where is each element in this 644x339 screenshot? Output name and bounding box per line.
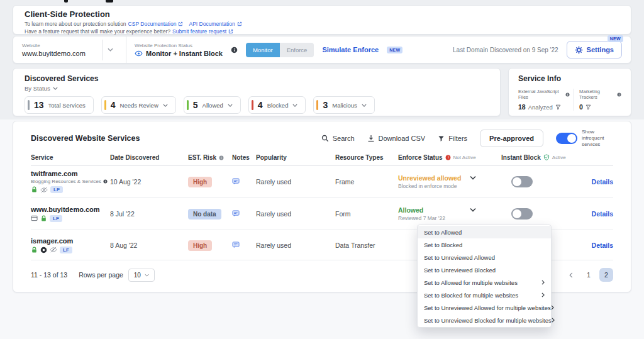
stat-label: Needs Review (120, 102, 158, 109)
chevron-down-icon[interactable] (470, 208, 476, 212)
details-link[interactable]: Details (592, 178, 613, 186)
chevron-down-icon[interactable] (470, 175, 476, 180)
lock-icon (31, 186, 38, 193)
enforce-button[interactable]: Enforce (280, 43, 314, 57)
stat-allowed[interactable]: 5 Allowed (184, 96, 241, 114)
stat-color-bar (316, 100, 318, 110)
menu-item-set-allowed-multiple[interactable]: Set to Allowed for multiple websites (418, 276, 551, 289)
instant-block-toggle[interactable] (511, 176, 533, 187)
pagination-range: 11 - 13 of 13 (31, 271, 67, 279)
download-label: Download CSV (379, 135, 426, 142)
monitor-button[interactable]: Monitor (246, 43, 280, 57)
chevron-down-icon[interactable] (103, 40, 118, 60)
search-button[interactable]: Search (321, 135, 355, 142)
note-icon[interactable] (232, 210, 256, 217)
info-icon[interactable] (231, 47, 238, 53)
resource-types: Data Transfer (335, 242, 398, 249)
stat-needs-review[interactable]: 4 Needs Review (101, 96, 176, 114)
eye-off-icon (40, 187, 48, 193)
alert-icon (445, 155, 451, 160)
chevron-down-icon (53, 87, 58, 90)
popularity: Rarely used (256, 210, 335, 218)
service-name[interactable]: ismager.com (31, 237, 110, 245)
note-icon[interactable] (232, 242, 256, 248)
page-1-button[interactable]: 1 (582, 268, 596, 282)
api-documentation-link[interactable]: API Documentation (189, 20, 235, 28)
details-link[interactable]: Details (592, 242, 613, 249)
by-status-dropdown[interactable]: By Status (25, 85, 69, 92)
risk-badge: High (188, 177, 212, 187)
stat-malicious[interactable]: 3 Malicious (313, 96, 374, 114)
stat-label: Malicious (332, 102, 357, 109)
info-icon[interactable] (219, 155, 224, 160)
submit-feature-request-link[interactable]: Submit feature request (172, 28, 226, 35)
col-instant-block: Instant Block Active (501, 154, 582, 161)
shield-check-icon (543, 154, 550, 161)
pre-approved-button[interactable]: Pre-approved (480, 130, 543, 147)
info-icon (617, 92, 621, 97)
settings-button[interactable]: Settings NEW (567, 41, 622, 58)
lf-badge: LF (50, 186, 63, 193)
rows-per-page-label: Rows per page (79, 271, 123, 279)
prev-page-button[interactable] (564, 268, 578, 282)
info-icon (565, 92, 570, 97)
simulate-enforce-link[interactable]: Simulate Enforce (322, 46, 379, 53)
service-name[interactable]: twitframe.com (31, 170, 110, 177)
gear-icon (575, 46, 583, 54)
toggle-knob (513, 177, 521, 186)
trackers-count: 0 (579, 103, 583, 111)
toggle-knob (513, 209, 521, 218)
menu-item-set-blocked-multiple[interactable]: Set to Blocked for multiple websites (418, 289, 551, 301)
popularity: Rarely used (256, 242, 335, 249)
stat-color-bar (252, 100, 253, 110)
stat-blocked[interactable]: 4 Blocked (248, 96, 306, 114)
search-label: Search (333, 135, 355, 142)
col-service: Service (31, 154, 110, 161)
filter-icon[interactable] (586, 104, 591, 110)
rows-per-page-select[interactable]: 10 (128, 269, 155, 282)
stat-label: Total Services (48, 102, 86, 109)
settings-button-label: Settings (587, 46, 614, 53)
intro-card: Client-Side Protection To learn more abo… (13, 5, 631, 35)
stat-color-bar (187, 100, 189, 110)
website-select[interactable]: Website www.buyitdemo.com (22, 40, 118, 60)
stat-count: 13 (34, 100, 44, 110)
instant-block-toggle[interactable] (511, 208, 533, 220)
stat-total-services[interactable]: 13 Total Services (25, 96, 94, 114)
lf-badge: LF (60, 247, 72, 253)
col-enforce-status: Enforce Status Not Active (398, 154, 501, 161)
csp-documentation-link[interactable]: CSP Documentation (128, 20, 177, 28)
page-2-button[interactable]: 2 (599, 268, 613, 282)
download-csv-button[interactable]: Download CSV (367, 135, 426, 142)
stat-label: Allowed (203, 102, 223, 109)
lock-icon (31, 247, 38, 253)
new-badge: NEW (608, 35, 623, 42)
external-link-icon (237, 21, 242, 26)
menu-item-set-blocked[interactable]: Set to Blocked (418, 238, 551, 251)
service-name[interactable]: www.buyitdemo.com (31, 206, 110, 213)
chevron-right-icon (551, 305, 554, 310)
chevron-down-icon (292, 104, 297, 107)
menu-item-set-unreviewed-allowed[interactable]: Set to Unreviewed Allowed (418, 251, 551, 264)
menu-item-set-unreviewed-blocked[interactable]: Set to Unreviewed Blocked (418, 264, 551, 276)
js-files-count: 18 (518, 103, 526, 111)
download-icon (367, 135, 375, 142)
note-icon[interactable] (232, 178, 256, 185)
instant-state-text: Active (552, 155, 566, 160)
stat-count: 4 (111, 100, 116, 110)
infrequent-services-toggle[interactable] (556, 133, 577, 144)
lf-badge: LF (50, 215, 62, 222)
stat-label: Blocked (267, 102, 289, 109)
filter-icon[interactable] (555, 104, 561, 110)
mode-segmented-control: Monitor Enforce (246, 43, 314, 57)
filters-button[interactable]: Filters (438, 135, 467, 142)
enforce-status-detail: Blocked in enforce mode (398, 183, 465, 189)
details-link[interactable]: Details (592, 210, 613, 218)
menu-item-set-unreviewed-allowed-multiple[interactable]: Set to Unreviewed Allowed for multiple w… (418, 301, 551, 314)
stat-color-bar (104, 100, 106, 110)
menu-item-set-unreviewed-blocked-multiple[interactable]: Set to Unreviewed Blocked for multiple w… (418, 314, 551, 326)
discovered-services-panel: Discovered Services By Status 13 Total S… (13, 68, 501, 116)
by-status-label: By Status (25, 85, 50, 92)
col-popularity: Popularity (256, 154, 335, 161)
menu-item-set-allowed[interactable]: Set to Allowed (418, 226, 551, 238)
